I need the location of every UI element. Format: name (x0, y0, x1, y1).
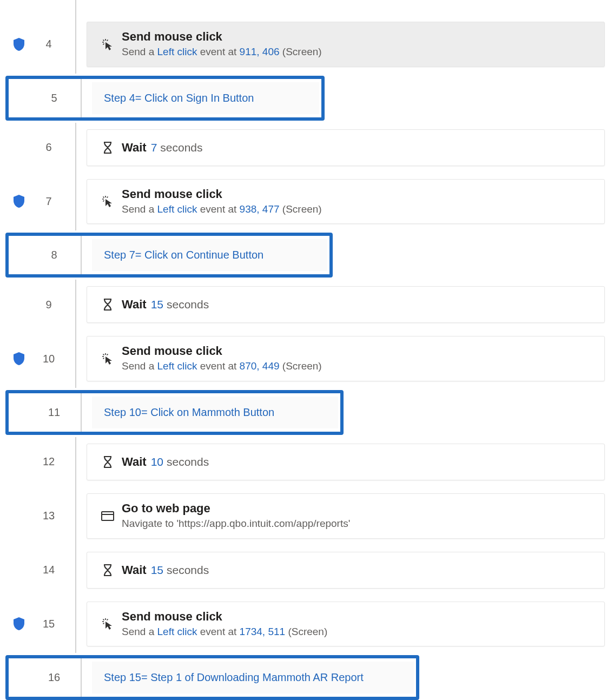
comment-card[interactable]: Step 10= Click on Mammoth Button (92, 397, 338, 428)
flow-step[interactable]: 12 Wait 10 seconds (5, 437, 607, 487)
step-number: 16 (48, 671, 60, 684)
step-number: 6 (45, 141, 51, 154)
action-card-wait[interactable]: Wait 10 seconds (87, 444, 605, 480)
flow-step[interactable]: 7 Send mouse click Send a Left click eve… (5, 173, 607, 231)
cursor-click-icon (101, 37, 115, 51)
flow-step[interactable]: 9 Wait 15 seconds (5, 280, 607, 329)
action-title: Send mouse click (122, 344, 595, 358)
svg-rect-0 (102, 512, 114, 520)
comment-card[interactable]: Step 4= Click on Sign In Button (92, 82, 319, 114)
action-description: Send a Left click event at 1734, 511 (Sc… (122, 625, 595, 639)
wait-value: 15 (151, 298, 163, 311)
wait-unit: seconds (167, 564, 209, 577)
comment-text: Step 4= Click on Sign In Button (104, 92, 254, 104)
highlighted-comment-step: 11 Step 10= Click on Mammoth Button (5, 390, 344, 435)
action-title: Wait (122, 455, 147, 469)
flow-step[interactable]: 16 Step 15= Step 1 of Downloading Mammot… (11, 658, 416, 697)
flow-step[interactable]: 11 Step 10= Click on Mammoth Button (11, 393, 340, 432)
action-title: Send mouse click (122, 610, 595, 624)
step-number: 11 (48, 406, 60, 419)
step-number: 7 (45, 195, 51, 208)
flow-step[interactable]: 8 Step 7= Click on Continue Button (11, 236, 329, 274)
step-number: 4 (45, 38, 51, 50)
comment-text: Step 15= Step 1 of Downloading Mammoth A… (104, 671, 364, 683)
highlighted-comment-step: 8 Step 7= Click on Continue Button (5, 233, 333, 278)
comment-text: Step 10= Click on Mammoth Button (104, 406, 274, 418)
action-card-send-mouse-click[interactable]: Send mouse click Send a Left click event… (87, 179, 605, 224)
cursor-click-icon (101, 352, 115, 366)
comment-text: Step 7= Click on Continue Button (104, 249, 263, 261)
wait-value: 15 (151, 564, 163, 577)
wait-unit: seconds (167, 455, 209, 468)
flow-step[interactable]: 14 Wait 15 seconds (5, 545, 607, 595)
action-card-go-to-web-page[interactable]: Go to web page Navigate to 'https://app.… (87, 493, 605, 539)
action-card-send-mouse-click[interactable]: Send mouse click Send a Left click event… (87, 22, 605, 67)
browser-window-icon (101, 510, 115, 522)
highlighted-comment-step: 16 Step 15= Step 1 of Downloading Mammot… (5, 655, 419, 700)
action-card-send-mouse-click[interactable]: Send mouse click Send a Left click event… (87, 602, 605, 647)
action-title: Go to web page (122, 501, 595, 516)
comment-card[interactable]: Step 7= Click on Continue Button (92, 239, 327, 271)
flow-step[interactable]: 4 Send mouse click Send a Left click eve… (5, 15, 607, 74)
action-description: Send a Left click event at 911, 406 (Scr… (122, 45, 595, 59)
step-number: 15 (43, 618, 55, 630)
comment-card[interactable]: Step 15= Step 1 of Downloading Mammoth A… (92, 662, 414, 694)
step-number: 9 (45, 299, 51, 311)
action-description: Send a Left click event at 938, 477 (Scr… (122, 202, 595, 216)
step-number: 12 (43, 455, 55, 468)
action-title: Send mouse click (122, 187, 595, 201)
hourglass-icon (102, 563, 114, 577)
flow-step[interactable]: 13 Go to web page Navigate to 'https://a… (5, 487, 607, 545)
highlighted-comment-step: 5 Step 4= Click on Sign In Button (5, 76, 325, 121)
action-description: Navigate to 'https://app.qbo.intuit.com/… (122, 517, 595, 531)
shield-icon (12, 352, 25, 366)
flow-step[interactable]: 10 Send mouse click Send a Left click ev… (5, 329, 607, 388)
shield-icon (12, 617, 25, 631)
step-number: 14 (43, 564, 55, 576)
cursor-click-icon (101, 194, 115, 208)
action-title: Wait (122, 563, 147, 577)
action-description: Send a Left click event at 870, 449 (Scr… (122, 359, 595, 373)
step-number: 8 (51, 249, 57, 261)
shield-icon (12, 37, 25, 51)
flow-steps-list: 4 Send mouse click Send a Left click eve… (0, 0, 607, 700)
step-number: 13 (43, 510, 55, 522)
flow-step[interactable]: 5 Step 4= Click on Sign In Button (11, 79, 321, 117)
action-card-send-mouse-click[interactable]: Send mouse click Send a Left click event… (87, 336, 605, 381)
flow-connector (5, 0, 607, 15)
action-title: Wait (122, 298, 147, 312)
wait-value: 10 (151, 455, 163, 468)
hourglass-icon (102, 455, 114, 469)
wait-unit: seconds (160, 141, 202, 154)
step-number: 10 (43, 353, 55, 365)
step-number: 5 (51, 92, 57, 104)
cursor-click-icon (101, 617, 115, 631)
flow-step[interactable]: 15 Send mouse click Send a Left click ev… (5, 595, 607, 653)
wait-unit: seconds (167, 298, 209, 311)
action-title: Wait (122, 141, 147, 155)
flow-step[interactable]: 6 Wait 7 seconds (5, 123, 607, 173)
action-title: Send mouse click (122, 30, 595, 44)
wait-value: 7 (151, 141, 157, 154)
hourglass-icon (102, 141, 114, 155)
action-card-wait[interactable]: Wait 15 seconds (87, 552, 605, 589)
action-card-wait[interactable]: Wait 15 seconds (87, 286, 605, 323)
shield-icon (12, 194, 25, 208)
action-card-wait[interactable]: Wait 7 seconds (87, 129, 605, 166)
hourglass-icon (102, 298, 114, 312)
